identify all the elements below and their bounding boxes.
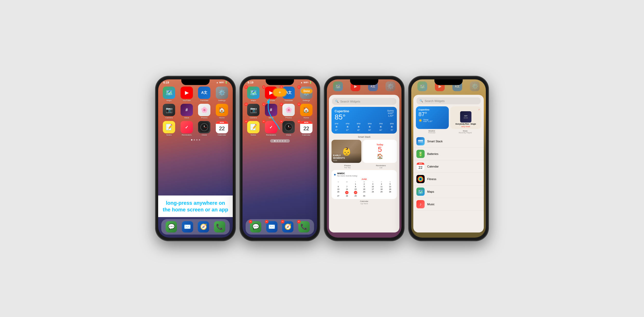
- list-item-smart-stack[interactable]: Smart Stack: [413, 135, 484, 148]
- app-youtube[interactable]: ▶ YouTube: [179, 87, 195, 102]
- remove-badge-maps[interactable]: −: [244, 85, 248, 89]
- list-item-maps[interactable]: 🗺️ Maps: [413, 185, 484, 198]
- notch-2: [266, 79, 294, 85]
- search-widgets-bar-4[interactable]: 🔍 Search Widgets: [416, 97, 481, 104]
- jiggle-photos[interactable]: − 🌸 Photos: [281, 104, 297, 119]
- app-slack[interactable]: # Slack: [179, 104, 195, 119]
- jiggle-dock-messages[interactable]: − 💬: [250, 221, 261, 232]
- instruction-box: long-press anywhere on the home screen o…: [158, 195, 233, 217]
- dock-1: 💬 ✉️ 🧭 📞: [161, 219, 230, 235]
- notch-4: [434, 79, 463, 85]
- photos-widget-3[interactable]: 👶 EARLYMOMENTS 2018: [332, 140, 361, 163]
- dock-2: − 💬 − ✉️ − 🧭 − 📞: [246, 219, 314, 235]
- page-dots-1: [158, 139, 233, 141]
- batteries-label: Batteries: [427, 152, 438, 155]
- maps-list-label: Maps: [427, 190, 434, 193]
- app-camera[interactable]: 📷 Camera: [161, 104, 177, 119]
- jiggle-slack[interactable]: − # Slack: [263, 104, 279, 119]
- maps-list-icon: 🗺️: [416, 188, 425, 196]
- calendar-widget-3[interactable]: WWDC No more events today JUNE SMTWTFS 1…: [332, 170, 397, 199]
- music-artist: Amy Shark: [461, 126, 470, 127]
- jiggle-dock-safari[interactable]: − 🧭: [282, 221, 293, 232]
- music-list-label: Music: [427, 203, 435, 206]
- app-photos[interactable]: 🌸 Photos: [196, 104, 212, 119]
- app-translate[interactable]: A文 Translate: [196, 87, 212, 102]
- reminders-widget-3[interactable]: Today 5 🏠: [363, 140, 397, 163]
- app-calendar[interactable]: MON 22 Calendar: [214, 121, 230, 136]
- phone-2: 6:19 ▲WiFi🔋 + Done: [240, 76, 320, 241]
- phone-4: 🗺️ ▶ A文 ⚙️ 🔍 Search Widgets Cuper: [409, 76, 488, 241]
- smart-stack-icon: [416, 137, 425, 145]
- add-widget-button[interactable]: +: [273, 89, 287, 96]
- page-dots-2: [243, 139, 317, 143]
- weather-city-3: Cupertino: [335, 109, 349, 113]
- photos-early-label: EARLYMOMENTS: [333, 154, 360, 160]
- jiggle-reminders[interactable]: − ✓ Reminders: [263, 121, 279, 136]
- remove-badge-home[interactable]: −: [297, 102, 301, 106]
- calendar-list-icon: MON 22: [416, 162, 425, 171]
- remove-badge-slack[interactable]: −: [262, 102, 266, 106]
- dock-phone[interactable]: 📞: [214, 221, 225, 232]
- weather-condition-3: Sunny: [387, 109, 394, 112]
- small-weather-condition: Sunny: [423, 119, 433, 120]
- app-home[interactable]: 🏠 Home: [214, 104, 230, 119]
- calendar-list-label: Calendar: [427, 165, 439, 168]
- remove-badge-camera[interactable]: −: [244, 102, 248, 106]
- remove-badge-translate[interactable]: −: [280, 85, 283, 89]
- music-widget-4[interactable]: ♪ AMY SHARK Everybody Rise - Single Amy …: [450, 106, 481, 129]
- remove-badge-calendar[interactable]: −: [297, 120, 301, 123]
- remove-badge-clock[interactable]: −: [280, 120, 283, 123]
- photos-year: 2018: [333, 160, 360, 161]
- app-reminders[interactable]: ✓ Reminders: [179, 121, 195, 136]
- reminders-number: 5: [378, 146, 382, 153]
- weather-hours-3: 3PM☀87° 4PM☀87° 5PM☀85° 6PM☀84° 7PM☀80° …: [335, 123, 394, 131]
- jiggle-dock-mail[interactable]: − ✉️: [266, 221, 278, 232]
- app-clock[interactable]: Clock: [196, 121, 212, 136]
- jiggle-notes[interactable]: − 📝 Notes: [246, 121, 261, 136]
- jiggle-calendar[interactable]: − MON 22 Calendar: [299, 121, 314, 136]
- small-weather-widget-4[interactable]: Cupertino 87° ☀️ Sunny H:87° L:57°: [416, 106, 449, 129]
- smart-stack-label-4: Smart Stack: [427, 140, 443, 143]
- remove-badge-reminders[interactable]: −: [262, 120, 266, 123]
- app-notes[interactable]: 📝 Notes: [161, 121, 177, 136]
- jiggle-home[interactable]: − 🏠 Home: [299, 104, 314, 119]
- remove-badge-youtube[interactable]: −: [262, 85, 266, 89]
- jiggle-maps[interactable]: − 🗺️ Maps: [246, 87, 261, 102]
- widget-row-photos-reminders: 👶 EARLYMOMENTS 2018 Today 5 🏠: [332, 140, 397, 163]
- weather-widget-3[interactable]: Cupertino 85° Sunny H:87° L:57° 3PM☀87°: [332, 107, 397, 134]
- status-time-2: 6:19: [248, 81, 253, 84]
- status-time-1: 6:19: [163, 81, 169, 84]
- instruction-text: long-press anywhere on the home screen o…: [162, 200, 229, 213]
- list-item-music[interactable]: ♪ Music: [413, 198, 484, 211]
- remove-badge-photos[interactable]: −: [280, 102, 283, 106]
- dock-messages[interactable]: 💬: [166, 221, 177, 232]
- dock-mail[interactable]: ✉️: [182, 221, 193, 232]
- small-weather-highlow: H:87° L:57°: [423, 120, 433, 122]
- smart-stack-label-3: Smart Stack: [329, 136, 399, 138]
- remove-badge-notes[interactable]: −: [244, 120, 248, 123]
- search-icon-4: 🔍: [419, 99, 423, 102]
- reminders-widget-label: Reminders: [365, 164, 397, 167]
- dock-safari[interactable]: 🧭: [198, 221, 209, 232]
- jiggle-camera[interactable]: − 📷 Camera: [246, 104, 261, 119]
- app-settings[interactable]: ⚙️ Settings: [214, 87, 230, 102]
- weather-widget-label-4: WeatherForecast: [416, 130, 448, 134]
- jiggle-clock[interactable]: − Clock: [281, 121, 297, 136]
- remove-badge-settings[interactable]: −: [297, 85, 301, 89]
- list-item-batteries[interactable]: 🔋 Batteries: [413, 148, 484, 160]
- notch-1: [181, 79, 210, 85]
- search-widgets-bar-3[interactable]: 🔍 Search Widgets: [332, 98, 396, 105]
- search-placeholder-3: Search Widgets: [340, 100, 360, 103]
- list-item-calendar[interactable]: MON 22 Calendar: [413, 160, 484, 173]
- jiggle-dock-phone[interactable]: − 📞: [298, 221, 310, 232]
- widget-sub-labels: Photos For You Reminders List: [332, 164, 397, 169]
- top-widget-labels-4: WeatherForecast MusicRecently Played: [416, 130, 481, 134]
- widget-panel-3: 🔍 Search Widgets Cupertino 85° Sunny: [329, 95, 399, 232]
- done-button[interactable]: Done: [301, 89, 312, 94]
- phone-1: 6:19 ▲WiFi🔋 🗺️ Maps ▶ YouTube: [156, 76, 235, 241]
- list-item-fitness[interactable]: Fitness: [413, 173, 484, 185]
- app-maps[interactable]: 🗺️ Maps: [161, 87, 177, 102]
- fitness-icon: [416, 175, 425, 183]
- widget-panel-4: 🔍 Search Widgets Cupertino 87° ☀️ Sunny: [413, 95, 484, 232]
- cal-event-name: WWDC: [337, 172, 357, 175]
